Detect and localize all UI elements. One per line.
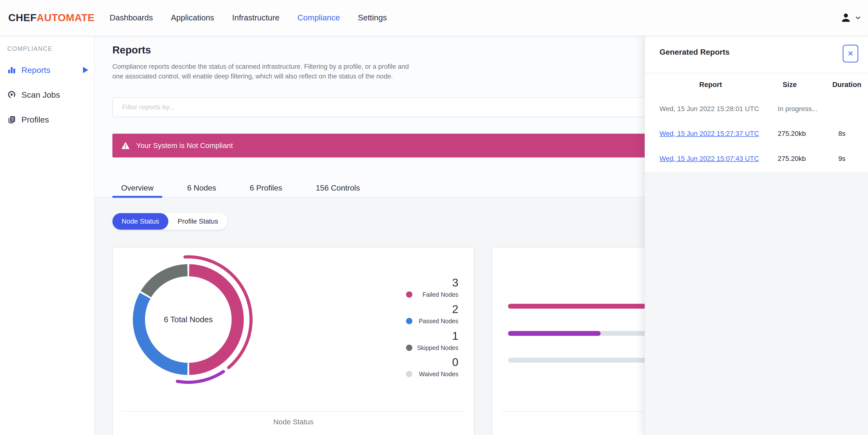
legend-item-waived: 0 Waived Nodes xyxy=(406,356,458,378)
tab-controls[interactable]: 156 Controls xyxy=(307,179,369,197)
report-row-in-progress: Wed, 15 Jun 2022 15:28:01 UTC In progres… xyxy=(645,105,868,120)
passed-label: Passed Nodes xyxy=(419,317,458,325)
report-download-link[interactable]: Wed, 15 Jun 2022 15:27:37 UTC xyxy=(659,130,759,138)
report-timestamp: Wed, 15 Jun 2022 15:28:01 UTC xyxy=(659,105,759,113)
card-footer-divider xyxy=(122,411,465,412)
column-header-size: Size xyxy=(783,81,797,89)
tab-overview[interactable]: Overview xyxy=(113,179,162,197)
nav-infrastructure[interactable]: Infrastructure xyxy=(232,13,279,22)
waived-count: 0 xyxy=(406,356,458,368)
warning-triangle-icon xyxy=(121,141,130,150)
skipped-dot-icon xyxy=(406,344,412,351)
report-duration: 8s xyxy=(838,130,846,138)
documents-icon xyxy=(7,115,16,124)
report-size: 275.20kb xyxy=(778,130,806,138)
report-size: In progress... xyxy=(778,105,817,113)
close-drawer-button[interactable]: ✕ xyxy=(843,45,858,62)
page-title: Reports xyxy=(113,44,151,56)
failed-dot-icon xyxy=(406,291,412,298)
close-icon: ✕ xyxy=(847,49,854,58)
drawer-title: Generated Reports xyxy=(659,47,730,57)
radar-target-icon xyxy=(7,91,16,99)
report-row: Wed, 15 Jun 2022 15:27:37 UTC 275.20kb 8… xyxy=(645,130,868,144)
waived-label: Waived Nodes xyxy=(419,371,458,377)
chef-automate-logo[interactable]: CHEFAUTOMATE xyxy=(8,12,94,24)
skipped-count: 1 xyxy=(406,330,458,342)
failed-label: Failed Nodes xyxy=(423,291,458,298)
page-description-line2: one associated control, will enable deep… xyxy=(113,71,409,81)
severity-bar-2-fill xyxy=(508,331,601,336)
brand-chef: CHEF xyxy=(8,12,36,23)
compliance-sidebar: COMPLIANCE Reports Scan Jobs Profiles xyxy=(0,36,95,435)
donut-passed-segment xyxy=(139,296,187,369)
legend-item-failed: 3 Failed Nodes xyxy=(406,276,458,299)
nav-compliance[interactable]: Compliance xyxy=(298,13,340,22)
sidebar-item-label: Profiles xyxy=(22,115,49,125)
user-avatar-icon[interactable] xyxy=(840,12,851,23)
chevron-down-icon[interactable] xyxy=(855,14,861,21)
report-row: Wed, 15 Jun 2022 15:07:43 UTC 275.20kb 9… xyxy=(645,155,868,169)
alert-text: Your System is Not Compliant xyxy=(136,141,233,150)
sidebar-section-label: COMPLIANCE xyxy=(7,45,94,52)
tab-nodes[interactable]: 6 Nodes xyxy=(178,179,225,197)
passed-dot-icon xyxy=(406,318,412,324)
primary-nav: Dashboards Applications Infrastructure C… xyxy=(110,13,387,22)
sidebar-item-label: Reports xyxy=(22,65,50,75)
passed-count: 2 xyxy=(406,303,458,315)
drawer-header-divider xyxy=(645,73,868,73)
generated-reports-drawer: Generated Reports ✕ Report Size Duration… xyxy=(645,36,868,435)
status-toggle-group: Node Status Profile Status xyxy=(113,213,227,230)
report-size: 275.20kb xyxy=(778,155,806,163)
waived-dot-icon xyxy=(406,371,412,377)
nav-dashboards[interactable]: Dashboards xyxy=(110,13,153,22)
bar-chart-icon xyxy=(7,66,16,74)
donut-skipped-segment xyxy=(146,270,187,294)
node-status-card-footer: Node Status xyxy=(113,418,474,426)
page-description: Compliance reports describe the status o… xyxy=(113,62,409,81)
tab-profiles[interactable]: 6 Profiles xyxy=(241,179,291,197)
failed-count: 3 xyxy=(406,276,458,289)
sidebar-item-scan-jobs[interactable]: Scan Jobs xyxy=(0,88,94,102)
brand-automate: AUTOMATE xyxy=(36,12,94,23)
column-header-report: Report xyxy=(699,81,722,89)
sidebar-item-label: Scan Jobs xyxy=(22,90,60,100)
nav-applications[interactable]: Applications xyxy=(171,13,214,22)
donut-total-label: 6 Total Nodes xyxy=(164,315,213,324)
column-header-duration: Duration xyxy=(832,81,861,89)
nav-settings[interactable]: Settings xyxy=(358,13,387,22)
report-download-link[interactable]: Wed, 15 Jun 2022 15:07:43 UTC xyxy=(659,155,759,163)
skipped-label: Skipped Nodes xyxy=(417,344,458,351)
user-menu[interactable] xyxy=(840,12,861,23)
legend-item-skipped: 1 Skipped Nodes xyxy=(406,330,458,352)
sidebar-item-profiles[interactable]: Profiles xyxy=(0,112,94,127)
arrow-right-icon xyxy=(83,67,88,73)
legend-item-passed: 2 Passed Nodes xyxy=(406,303,458,325)
top-navigation-bar: CHEFAUTOMATE Dashboards Applications Inf… xyxy=(0,0,868,36)
profile-status-toggle[interactable]: Profile Status xyxy=(168,213,227,230)
report-duration: 9s xyxy=(838,155,846,163)
report-tabs: Overview 6 Nodes 6 Profiles 156 Controls xyxy=(113,179,369,197)
node-status-card: 6 Total Nodes 3 Failed Nodes 2 Passed No… xyxy=(113,247,474,435)
node-status-toggle[interactable]: Node Status xyxy=(113,213,168,230)
page-description-line1: Compliance reports describe the status o… xyxy=(113,62,409,71)
sidebar-item-reports[interactable]: Reports xyxy=(0,63,94,77)
